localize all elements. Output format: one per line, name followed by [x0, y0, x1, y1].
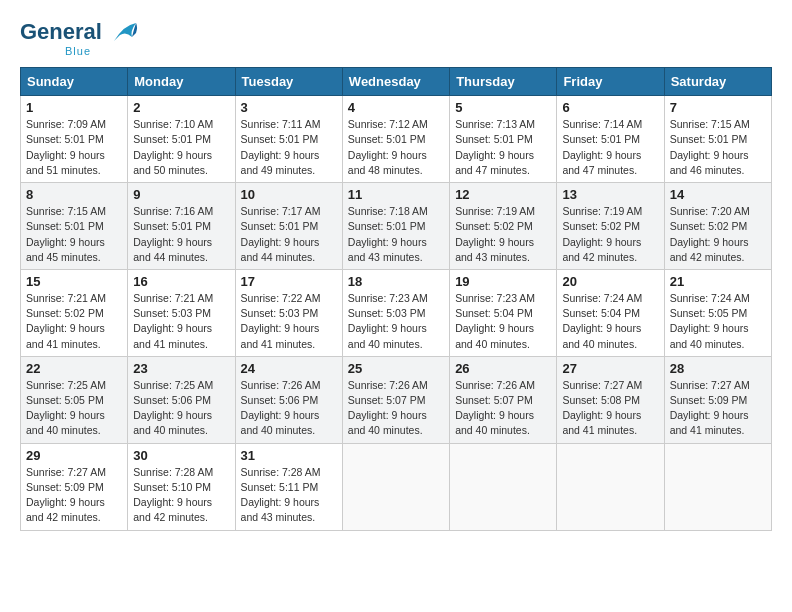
day-info: Sunrise: 7:21 AM Sunset: 5:03 PM Dayligh…	[133, 291, 229, 352]
day-info: Sunrise: 7:19 AM Sunset: 5:02 PM Dayligh…	[562, 204, 658, 265]
day-number: 23	[133, 361, 229, 376]
day-number: 26	[455, 361, 551, 376]
day-info: Sunrise: 7:18 AM Sunset: 5:01 PM Dayligh…	[348, 204, 444, 265]
day-info: Sunrise: 7:22 AM Sunset: 5:03 PM Dayligh…	[241, 291, 337, 352]
day-number: 5	[455, 100, 551, 115]
daylight-label: Daylight: 9 hours and 40 minutes.	[348, 322, 427, 349]
sunrise-label: Sunrise: 7:20 AM	[670, 205, 750, 217]
daylight-label: Daylight: 9 hours and 47 minutes.	[562, 149, 641, 176]
day-cell-29: 29 Sunrise: 7:27 AM Sunset: 5:09 PM Dayl…	[21, 443, 128, 530]
daylight-label: Daylight: 9 hours and 41 minutes.	[133, 322, 212, 349]
daylight-label: Daylight: 9 hours and 40 minutes.	[562, 322, 641, 349]
day-number: 30	[133, 448, 229, 463]
sunset-label: Sunset: 5:01 PM	[26, 133, 104, 145]
day-info: Sunrise: 7:13 AM Sunset: 5:01 PM Dayligh…	[455, 117, 551, 178]
daylight-label: Daylight: 9 hours and 40 minutes.	[455, 409, 534, 436]
day-number: 28	[670, 361, 766, 376]
day-cell-4: 4 Sunrise: 7:12 AM Sunset: 5:01 PM Dayli…	[342, 96, 449, 183]
calendar-header-row: SundayMondayTuesdayWednesdayThursdayFrid…	[21, 68, 772, 96]
day-cell-13: 13 Sunrise: 7:19 AM Sunset: 5:02 PM Dayl…	[557, 183, 664, 270]
sunrise-label: Sunrise: 7:27 AM	[562, 379, 642, 391]
sunrise-label: Sunrise: 7:17 AM	[241, 205, 321, 217]
sunrise-label: Sunrise: 7:26 AM	[348, 379, 428, 391]
day-cell-25: 25 Sunrise: 7:26 AM Sunset: 5:07 PM Dayl…	[342, 356, 449, 443]
sunrise-label: Sunrise: 7:15 AM	[26, 205, 106, 217]
sunrise-label: Sunrise: 7:15 AM	[670, 118, 750, 130]
day-number: 22	[26, 361, 122, 376]
day-cell-6: 6 Sunrise: 7:14 AM Sunset: 5:01 PM Dayli…	[557, 96, 664, 183]
day-info: Sunrise: 7:25 AM Sunset: 5:06 PM Dayligh…	[133, 378, 229, 439]
sunset-label: Sunset: 5:10 PM	[133, 481, 211, 493]
sunset-label: Sunset: 5:01 PM	[670, 133, 748, 145]
daylight-label: Daylight: 9 hours and 51 minutes.	[26, 149, 105, 176]
day-cell-26: 26 Sunrise: 7:26 AM Sunset: 5:07 PM Dayl…	[450, 356, 557, 443]
day-info: Sunrise: 7:26 AM Sunset: 5:07 PM Dayligh…	[348, 378, 444, 439]
logo-text: General	[20, 20, 138, 45]
logo-tagline: Blue	[20, 45, 136, 57]
day-info: Sunrise: 7:24 AM Sunset: 5:05 PM Dayligh…	[670, 291, 766, 352]
sunset-label: Sunset: 5:06 PM	[241, 394, 319, 406]
sunrise-label: Sunrise: 7:27 AM	[670, 379, 750, 391]
day-number: 19	[455, 274, 551, 289]
sunset-label: Sunset: 5:03 PM	[348, 307, 426, 319]
sunrise-label: Sunrise: 7:26 AM	[241, 379, 321, 391]
empty-cell	[664, 443, 771, 530]
sunrise-label: Sunrise: 7:27 AM	[26, 466, 106, 478]
sunset-label: Sunset: 5:06 PM	[133, 394, 211, 406]
sunset-label: Sunset: 5:02 PM	[26, 307, 104, 319]
sunset-label: Sunset: 5:09 PM	[26, 481, 104, 493]
sunset-label: Sunset: 5:05 PM	[670, 307, 748, 319]
logo-general: General	[20, 19, 102, 44]
sunrise-label: Sunrise: 7:13 AM	[455, 118, 535, 130]
weekday-header-monday: Monday	[128, 68, 235, 96]
sunset-label: Sunset: 5:07 PM	[348, 394, 426, 406]
day-info: Sunrise: 7:27 AM Sunset: 5:09 PM Dayligh…	[670, 378, 766, 439]
sunrise-label: Sunrise: 7:11 AM	[241, 118, 321, 130]
day-number: 25	[348, 361, 444, 376]
sunrise-label: Sunrise: 7:25 AM	[133, 379, 213, 391]
sunset-label: Sunset: 5:04 PM	[562, 307, 640, 319]
page-header: General Blue	[20, 20, 772, 57]
day-cell-8: 8 Sunrise: 7:15 AM Sunset: 5:01 PM Dayli…	[21, 183, 128, 270]
day-cell-30: 30 Sunrise: 7:28 AM Sunset: 5:10 PM Dayl…	[128, 443, 235, 530]
sunrise-label: Sunrise: 7:21 AM	[26, 292, 106, 304]
sunset-label: Sunset: 5:08 PM	[562, 394, 640, 406]
day-info: Sunrise: 7:27 AM Sunset: 5:08 PM Dayligh…	[562, 378, 658, 439]
empty-cell	[450, 443, 557, 530]
daylight-label: Daylight: 9 hours and 41 minutes.	[241, 322, 320, 349]
day-info: Sunrise: 7:23 AM Sunset: 5:03 PM Dayligh…	[348, 291, 444, 352]
sunset-label: Sunset: 5:01 PM	[241, 133, 319, 145]
sunset-label: Sunset: 5:01 PM	[348, 133, 426, 145]
daylight-label: Daylight: 9 hours and 44 minutes.	[241, 236, 320, 263]
day-info: Sunrise: 7:15 AM Sunset: 5:01 PM Dayligh…	[670, 117, 766, 178]
daylight-label: Daylight: 9 hours and 44 minutes.	[133, 236, 212, 263]
day-cell-2: 2 Sunrise: 7:10 AM Sunset: 5:01 PM Dayli…	[128, 96, 235, 183]
day-number: 18	[348, 274, 444, 289]
day-cell-11: 11 Sunrise: 7:18 AM Sunset: 5:01 PM Dayl…	[342, 183, 449, 270]
day-number: 11	[348, 187, 444, 202]
day-info: Sunrise: 7:14 AM Sunset: 5:01 PM Dayligh…	[562, 117, 658, 178]
day-info: Sunrise: 7:17 AM Sunset: 5:01 PM Dayligh…	[241, 204, 337, 265]
daylight-label: Daylight: 9 hours and 41 minutes.	[26, 322, 105, 349]
calendar-week-row: 1 Sunrise: 7:09 AM Sunset: 5:01 PM Dayli…	[21, 96, 772, 183]
day-info: Sunrise: 7:25 AM Sunset: 5:05 PM Dayligh…	[26, 378, 122, 439]
day-info: Sunrise: 7:23 AM Sunset: 5:04 PM Dayligh…	[455, 291, 551, 352]
calendar-week-row: 29 Sunrise: 7:27 AM Sunset: 5:09 PM Dayl…	[21, 443, 772, 530]
day-number: 20	[562, 274, 658, 289]
empty-cell	[557, 443, 664, 530]
day-info: Sunrise: 7:19 AM Sunset: 5:02 PM Dayligh…	[455, 204, 551, 265]
daylight-label: Daylight: 9 hours and 45 minutes.	[26, 236, 105, 263]
day-info: Sunrise: 7:10 AM Sunset: 5:01 PM Dayligh…	[133, 117, 229, 178]
sunset-label: Sunset: 5:01 PM	[455, 133, 533, 145]
sunrise-label: Sunrise: 7:23 AM	[455, 292, 535, 304]
day-cell-7: 7 Sunrise: 7:15 AM Sunset: 5:01 PM Dayli…	[664, 96, 771, 183]
day-info: Sunrise: 7:12 AM Sunset: 5:01 PM Dayligh…	[348, 117, 444, 178]
day-cell-27: 27 Sunrise: 7:27 AM Sunset: 5:08 PM Dayl…	[557, 356, 664, 443]
weekday-header-tuesday: Tuesday	[235, 68, 342, 96]
day-cell-19: 19 Sunrise: 7:23 AM Sunset: 5:04 PM Dayl…	[450, 269, 557, 356]
day-cell-14: 14 Sunrise: 7:20 AM Sunset: 5:02 PM Dayl…	[664, 183, 771, 270]
daylight-label: Daylight: 9 hours and 47 minutes.	[455, 149, 534, 176]
day-info: Sunrise: 7:24 AM Sunset: 5:04 PM Dayligh…	[562, 291, 658, 352]
day-number: 10	[241, 187, 337, 202]
day-info: Sunrise: 7:11 AM Sunset: 5:01 PM Dayligh…	[241, 117, 337, 178]
